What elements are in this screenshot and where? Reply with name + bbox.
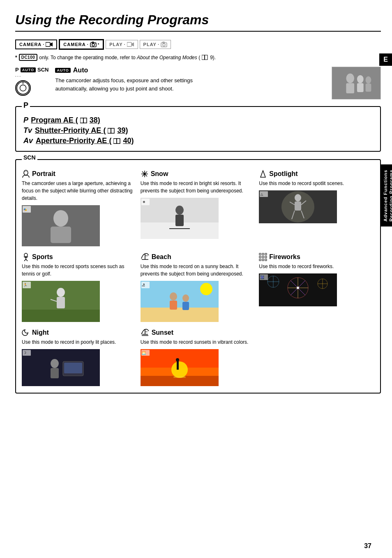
svg-rect-26 [108, 128, 111, 133]
svg-rect-86 [262, 253, 264, 255]
portrait-desc: The camcorder uses a large aperture, ach… [22, 180, 137, 202]
svg-marker-50 [261, 171, 265, 177]
svg-text:🏃: 🏃 [23, 282, 28, 287]
sports-label: Sports [32, 253, 53, 261]
svg-rect-23 [366, 83, 371, 92]
svg-text:🎆: 🎆 [260, 275, 264, 279]
night-photo: ☽ [22, 349, 100, 386]
dc100-badge: DC100 [19, 54, 38, 61]
svg-rect-11 [202, 55, 205, 60]
asterisk-star: * [15, 55, 17, 60]
auto-mode-badge: AUTO [55, 68, 70, 73]
svg-point-110 [51, 359, 59, 368]
svg-rect-77 [141, 308, 219, 322]
program-ae-label: Program AE ( [31, 116, 78, 124]
svg-point-5 [95, 43, 96, 44]
auto-mode-label: Auto [73, 67, 88, 74]
svg-rect-70 [57, 297, 65, 308]
shutter-priority-item: Tv Shutter-Priority AE ( 39) [23, 126, 373, 135]
svg-rect-0 [46, 42, 50, 46]
camera-video-button[interactable]: CAMERA · [15, 39, 57, 49]
p-section: P P Program AE ( 38) Tv Shutter-Priority… [15, 106, 381, 152]
mode-buttons-row: CAMERA · CAMERA · * PLAY · [15, 39, 381, 50]
program-ae-item: P Program AE ( 38) [23, 116, 373, 125]
svg-rect-25 [83, 118, 87, 123]
svg-point-9 [163, 44, 165, 46]
svg-text:△: △ [261, 192, 263, 196]
p-label: P [15, 67, 19, 73]
sports-photo: 🏃 [22, 281, 100, 322]
svg-rect-111 [51, 368, 59, 378]
svg-rect-35 [22, 205, 100, 246]
portrait-icon [22, 170, 30, 178]
scn-item-sports: Sports Use this mode to record sports sc… [22, 253, 137, 322]
aperture-priority-page: 40) [123, 137, 134, 145]
svg-rect-91 [259, 259, 261, 261]
svg-rect-80 [170, 301, 177, 310]
svg-rect-124 [173, 376, 186, 378]
beach-title: Beach [141, 253, 256, 261]
scn-item-beach: Beach Use this mode to record on a sunny… [141, 253, 256, 322]
tv-prefix: Tv [23, 126, 34, 134]
fireworks-desc: Use this mode to record fireworks. [259, 263, 374, 270]
svg-point-3 [92, 44, 95, 46]
svg-point-123 [171, 361, 188, 378]
svg-point-100 [297, 287, 299, 289]
play-photo-button[interactable]: PLAY · [140, 40, 171, 49]
svg-rect-88 [259, 256, 261, 258]
book-icon-tv [108, 128, 115, 134]
svg-point-45 [175, 206, 184, 215]
fireworks-icon [259, 253, 267, 261]
svg-line-66 [26, 259, 28, 261]
page-number: 37 [364, 542, 371, 550]
sunset-photo: 🌅 [141, 349, 219, 386]
camera-label: CAMERA [19, 42, 42, 47]
scn-empty-cell [259, 329, 374, 386]
svg-rect-12 [205, 55, 208, 60]
dot-separator: · [43, 42, 44, 47]
svg-rect-92 [262, 259, 264, 261]
aperture-priority-label: Aperture-Priority AE ( [36, 137, 111, 145]
auto-description: The camcorder adjusts focus, exposure an… [55, 76, 195, 93]
aperture-priority-item: Av Aperture-Priority AE ( 40) [23, 137, 373, 145]
sidebar-label-line2: Recording Programs [389, 169, 392, 222]
sunset-label: Sunset [152, 329, 173, 336]
play-photo-label: PLAY [143, 42, 157, 47]
play-photo-icon [161, 42, 167, 47]
asterisk-note: * DC100 only. To change the operating mo… [15, 54, 381, 61]
svg-rect-89 [262, 256, 264, 258]
camera-photo-button[interactable]: CAMERA · * [59, 39, 104, 50]
auto-section: P AUTO SCN ··· AUTO Auto The camcorder a… [15, 67, 381, 100]
sports-title: Sports [22, 253, 137, 261]
svg-rect-109 [22, 349, 100, 386]
mode-indicator: P AUTO SCN ··· [15, 67, 48, 96]
svg-point-20 [357, 75, 364, 83]
mode-dial-row: ··· [15, 74, 21, 79]
svg-rect-27 [111, 128, 114, 133]
dot-separator2: · [87, 42, 89, 47]
sidebar-label-line1: Advanced Functions [383, 169, 388, 221]
svg-rect-17 [332, 67, 380, 100]
shutter-priority-page: 39) [117, 126, 128, 134]
svg-point-61 [24, 253, 28, 257]
snow-desc: Use this mode to record in bright ski re… [141, 180, 256, 194]
dot-separator3: · [124, 42, 126, 47]
play-video-button[interactable]: PLAY · [106, 40, 138, 49]
sports-icon [22, 253, 30, 261]
snow-title: Snow [141, 170, 256, 178]
svg-rect-85 [259, 253, 261, 255]
spotlight-label: Spotlight [269, 170, 297, 178]
sunset-title: Sunset [141, 329, 256, 337]
auto-badge: AUTO [21, 67, 36, 72]
svg-point-78 [200, 283, 212, 295]
svg-rect-93 [265, 259, 267, 261]
scn-item-snow: Snow Use this mode to record in bright s… [141, 170, 256, 246]
svg-text:☽: ☽ [23, 351, 26, 355]
svg-text:🎭: 🎭 [23, 208, 27, 211]
night-icon [22, 329, 30, 337]
spotlight-title: Spotlight [259, 170, 374, 178]
svg-rect-82 [182, 302, 189, 310]
night-label: Night [32, 329, 49, 336]
svg-rect-29 [117, 139, 120, 144]
e-tab: E [379, 53, 392, 66]
